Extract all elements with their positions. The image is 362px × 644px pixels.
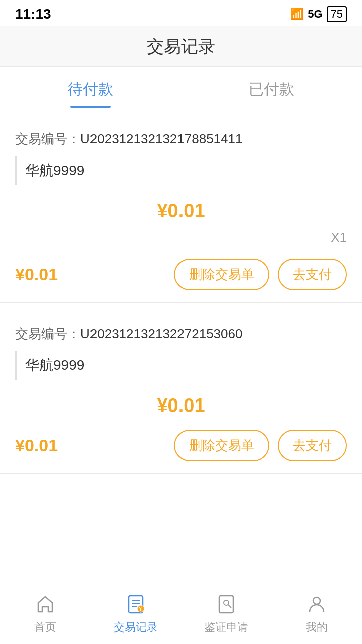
total-price-2: ¥0.01 [15, 436, 58, 455]
total-price-1: ¥0.01 [15, 265, 58, 284]
transaction-list: 交易编号：U202312132132178851411 华航9999 ¥0.01… [0, 118, 362, 474]
pay-button-1[interactable]: 去支付 [278, 259, 347, 290]
nav-verification[interactable]: 鉴证申请 [181, 594, 272, 635]
status-time: 11:13 [15, 6, 51, 22]
svg-rect-6 [219, 596, 233, 613]
unit-price-2: ¥0.01 [157, 395, 205, 416]
nav-profile[interactable]: 我的 [272, 594, 362, 635]
transactions-icon: ¥ [126, 594, 146, 617]
svg-line-8 [228, 605, 231, 608]
wifi-icon: 📶 [290, 8, 304, 21]
quantity-row-1: X1 [15, 230, 347, 246]
page-header: 交易记录 [0, 26, 362, 67]
battery-icon: 75 [327, 6, 347, 22]
delete-button-1[interactable]: 删除交易单 [174, 259, 269, 290]
nav-profile-label: 我的 [306, 620, 328, 635]
action-buttons-2: 删除交易单 去支付 [174, 430, 347, 461]
status-icons: 📶 5G 75 [290, 6, 347, 22]
transaction-id-row-1: 交易编号：U202312132132178851411 [15, 130, 347, 148]
verification-icon [216, 594, 236, 617]
nav-transactions-label: 交易记录 [114, 620, 158, 635]
page-title: 交易记录 [147, 37, 215, 56]
transaction-card-2: 交易编号：U202312132132272153060 华航9999 ¥0.01… [0, 313, 362, 474]
tab-pending[interactable]: 待付款 [0, 67, 181, 108]
unit-price-1: ¥0.01 [157, 200, 205, 221]
transaction-id-row-2: 交易编号：U202312132132272153060 [15, 325, 347, 343]
profile-icon [307, 594, 327, 617]
svg-point-9 [313, 597, 320, 604]
nav-home-label: 首页 [34, 620, 56, 635]
transaction-id-label-1: 交易编号： [15, 131, 80, 146]
transaction-card-1: 交易编号：U202312132132178851411 华航9999 ¥0.01… [0, 118, 362, 303]
transaction-id-value-1: U202312132132178851411 [80, 131, 242, 146]
transaction-id-label-2: 交易编号： [15, 326, 80, 341]
product-name-2: 华航9999 [15, 351, 347, 380]
tab-bar: 待付款 已付款 [0, 67, 362, 108]
delete-button-2[interactable]: 删除交易单 [174, 430, 269, 461]
svg-text:¥: ¥ [139, 606, 142, 612]
pay-button-2[interactable]: 去支付 [278, 430, 347, 461]
action-buttons-1: 删除交易单 去支付 [174, 259, 347, 290]
signal-icon: 5G [308, 8, 322, 21]
nav-home[interactable]: 首页 [0, 594, 90, 635]
quantity-1: X1 [331, 230, 347, 245]
price-row-2: ¥0.01 [15, 395, 347, 417]
home-icon [35, 594, 55, 617]
nav-verification-label: 鉴证申请 [204, 620, 248, 635]
tab-paid[interactable]: 已付款 [181, 67, 362, 108]
price-row-1: ¥0.01 [15, 200, 347, 222]
bottom-nav: 首页 ¥ 交易记录 鉴证申请 [0, 584, 362, 644]
action-row-2: ¥0.01 删除交易单 去支付 [15, 425, 347, 461]
action-row-1: ¥0.01 删除交易单 去支付 [15, 254, 347, 290]
transaction-id-value-2: U202312132132272153060 [80, 326, 242, 341]
nav-transactions[interactable]: ¥ 交易记录 [90, 594, 181, 635]
status-bar: 11:13 📶 5G 75 [0, 0, 362, 26]
product-name-1: 华航9999 [15, 156, 347, 185]
svg-point-7 [224, 600, 229, 605]
